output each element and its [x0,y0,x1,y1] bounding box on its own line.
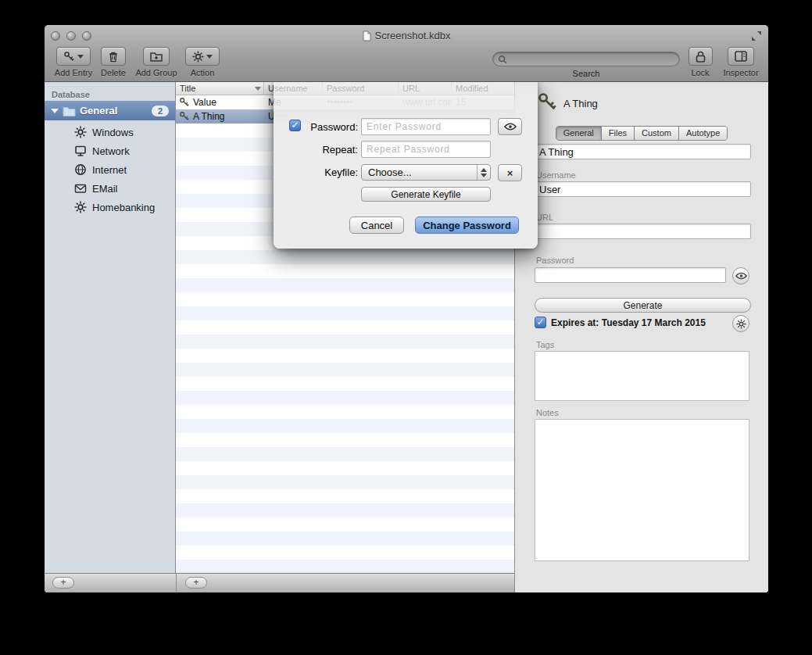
sidebar-item-internet[interactable]: Internet [45,160,175,179]
notes-field[interactable] [535,419,749,561]
cancel-button[interactable]: Cancel [349,217,404,234]
empty-row-stripe [176,264,514,278]
empty-row-stripe [176,447,514,461]
key-icon [63,51,75,63]
bottom-bar-divider [176,574,177,592]
add-entry-plus-button[interactable]: + [185,577,207,589]
inspector-label: Inspector [719,68,763,77]
sidebar-item-label: Network [92,145,130,157]
empty-row-stripe [176,517,514,532]
globe-icon [74,163,87,176]
gear-icon [74,201,87,213]
lock-button[interactable] [689,47,713,66]
sidebar-item-label: Internet [92,164,127,176]
inspector-tabs: General Files Custom Autotype [515,125,768,141]
keyfile-popup[interactable]: Choose... [361,164,491,181]
empty-row-stripe [176,320,514,335]
title-field[interactable] [535,144,751,159]
username-field[interactable] [535,181,751,197]
change-password-button[interactable]: Change Password [415,217,519,234]
window-header: Screenshot.kdbx Add Entry Delete [45,25,768,82]
dialog-password-input[interactable] [361,118,491,135]
inspector-entry-title: A Thing [563,98,598,109]
empty-row-stripe [176,292,514,306]
document-icon [363,30,371,41]
password-field[interactable] [535,267,726,283]
url-label: URL [536,213,553,222]
tab-custom[interactable]: Custom [635,127,679,140]
eye-icon [504,123,517,131]
empty-row-stripe [176,405,514,419]
delete-label: Delete [98,68,129,77]
trash-icon [108,51,119,63]
password-checkbox[interactable]: ✓ [289,120,301,131]
search-field[interactable] [492,52,680,66]
username-label: Username [536,170,576,180]
expires-row: ✓ Expires at: Tuesday 17 March 2015 [535,317,706,328]
delete-button[interactable] [101,47,126,66]
empty-row-stripe [176,489,514,503]
gear-icon [736,319,746,329]
reveal-password-button[interactable] [498,118,522,135]
generate-password-button[interactable]: Generate [535,298,751,313]
sidebar-item-network[interactable]: Network [45,141,175,160]
empty-row-stripe [176,503,514,517]
empty-row-stripe [176,278,514,292]
dialog-password-label: Password: [303,121,358,133]
change-password-dialog: ✓ Password: Repeat: Keyfile: Choose... ×… [274,81,538,249]
clear-keyfile-button[interactable]: × [498,164,522,181]
empty-row-stripe [176,546,514,560]
popup-stepper-icon [477,165,490,180]
tab-general[interactable]: General [556,127,602,140]
cell-title: A Thing [176,109,264,123]
password-label: Password [536,256,574,265]
empty-row-stripe [176,475,514,489]
sidebar-group-general[interactable]: General 2 [45,101,175,120]
lock-label: Lock [688,68,713,77]
sidebar-section-header: Database [52,90,90,99]
bottom-bar: + + [45,573,514,592]
empty-row-stripe [176,532,514,546]
fullscreen-icon[interactable] [751,30,762,45]
action-button[interactable] [185,47,220,66]
keyfile-popup-value: Choose... [368,166,412,178]
tab-files[interactable]: Files [602,127,635,140]
sidebar-item-email[interactable]: EMail [45,179,175,198]
generate-keyfile-button[interactable]: Generate Keyfile [361,187,491,202]
expires-options-button[interactable] [732,315,749,332]
search-input[interactable] [507,54,674,65]
cell-title: Value [176,95,264,109]
toolbar-item-search: Search [492,52,680,78]
add-entry-button[interactable] [56,47,91,66]
group-count-badge: 2 [152,106,169,116]
window-title-text: Screenshot.kdbx [375,30,451,41]
disclosure-triangle-icon[interactable] [51,109,59,113]
sort-indicator-icon [255,87,261,91]
folder-icon [63,106,76,116]
toolbar-item-lock: Lock [688,47,713,77]
empty-row-stripe [176,363,514,377]
expires-label: Expires at: Tuesday 17 March 2015 [551,317,706,328]
empty-row-stripe [176,306,514,320]
sidebar-item-homebanking[interactable]: Homebanking [45,198,175,217]
column-header-title[interactable]: Title [176,82,264,95]
chevron-down-icon [206,55,213,59]
screen-background: Screenshot.kdbx Add Entry Delete [0,0,812,655]
expires-checkbox[interactable]: ✓ [535,317,546,328]
dialog-repeat-input[interactable] [361,141,491,158]
inspector-panel-icon-button[interactable] [728,47,754,66]
empty-row-stripe [176,461,514,475]
tab-autotype[interactable]: Autotype [679,127,727,140]
window-title: Screenshot.kdbx [45,30,768,41]
inspector-panel: A Thing General Files Custom Autotype Us… [514,82,768,592]
add-group-button[interactable] [143,47,170,66]
url-field[interactable] [535,224,751,239]
empty-row-stripe [176,250,514,264]
empty-row-stripe [176,391,514,405]
sidebar-item-windows[interactable]: Windows [45,123,175,141]
add-group-plus-button[interactable]: + [52,577,74,589]
tags-field[interactable] [535,351,749,401]
empty-row-stripe [176,335,514,349]
reveal-password-button[interactable] [732,267,749,285]
dialog-keyfile-label: Keyfile: [303,166,358,178]
